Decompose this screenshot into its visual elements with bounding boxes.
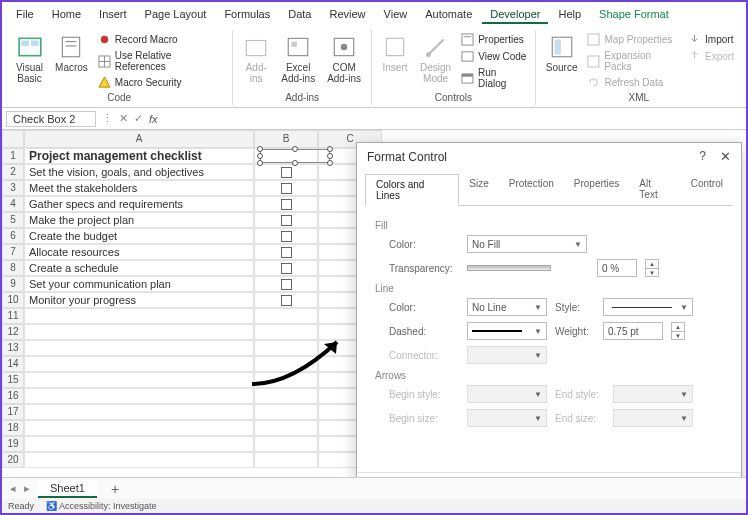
tab-protection[interactable]: Protection	[499, 174, 564, 205]
line-style-combo[interactable]: ▼	[603, 298, 693, 316]
line-weight-value[interactable]: 0.75 pt	[603, 322, 663, 340]
row-header[interactable]: 12	[2, 324, 24, 340]
row-header[interactable]: 19	[2, 436, 24, 452]
add-sheet-button[interactable]: +	[103, 481, 127, 497]
row-header[interactable]: 11	[2, 308, 24, 324]
row-header[interactable]: 10	[2, 292, 24, 308]
cell[interactable]	[254, 228, 318, 244]
col-header-a[interactable]: A	[24, 130, 254, 148]
cell[interactable]: Make the project plan	[24, 212, 254, 228]
checkbox-control[interactable]	[281, 279, 292, 290]
dialog-close-icon[interactable]: ✕	[720, 149, 731, 164]
cell[interactable]	[254, 180, 318, 196]
cell[interactable]	[24, 420, 254, 436]
source-button[interactable]: Source	[542, 32, 582, 90]
cell[interactable]	[254, 388, 318, 404]
com-addins-button[interactable]: COM Add-ins	[323, 32, 365, 90]
row-header[interactable]: 20	[2, 452, 24, 468]
cell[interactable]	[254, 420, 318, 436]
sheet-nav-next[interactable]: ▸	[24, 482, 32, 495]
row-header[interactable]: 4	[2, 196, 24, 212]
properties-button[interactable]: Properties	[459, 32, 529, 47]
row-header[interactable]: 16	[2, 388, 24, 404]
menu-formulas[interactable]: Formulas	[216, 6, 278, 24]
cell[interactable]	[24, 388, 254, 404]
cell[interactable]	[254, 436, 318, 452]
cell[interactable]	[24, 308, 254, 324]
menu-review[interactable]: Review	[321, 6, 373, 24]
run-dialog-button[interactable]: Run Dialog	[459, 66, 529, 90]
cell[interactable]	[254, 276, 318, 292]
select-all-corner[interactable]	[2, 130, 24, 148]
cell[interactable]	[254, 260, 318, 276]
weight-spinner[interactable]: ▲▼	[671, 322, 685, 340]
menu-insert[interactable]: Insert	[91, 6, 135, 24]
row-header[interactable]: 9	[2, 276, 24, 292]
relative-refs-button[interactable]: Use Relative References	[96, 49, 226, 73]
menu-developer[interactable]: Developer	[482, 6, 548, 24]
cell[interactable]	[254, 356, 318, 372]
cell[interactable]: Set your communication plan	[24, 276, 254, 292]
line-color-combo[interactable]: No Line▼	[467, 298, 547, 316]
row-header[interactable]: 18	[2, 420, 24, 436]
menu-view[interactable]: View	[376, 6, 416, 24]
cell[interactable]	[24, 452, 254, 468]
checkbox-control[interactable]	[281, 263, 292, 274]
row-header[interactable]: 5	[2, 212, 24, 228]
row-header[interactable]: 3	[2, 180, 24, 196]
cell[interactable]	[254, 196, 318, 212]
cell[interactable]: Monitor your progress	[24, 292, 254, 308]
checkbox-control[interactable]	[281, 183, 292, 194]
cell[interactable]: Create a schedule	[24, 260, 254, 276]
import-button[interactable]: Import	[686, 32, 736, 47]
cell[interactable]	[24, 372, 254, 388]
row-header[interactable]: 6	[2, 228, 24, 244]
menu-home[interactable]: Home	[44, 6, 89, 24]
cell[interactable]	[254, 164, 318, 180]
cell[interactable]	[24, 436, 254, 452]
row-header[interactable]: 1	[2, 148, 24, 164]
cell[interactable]: Allocate resources	[24, 244, 254, 260]
transparency-value[interactable]: 0 %	[597, 259, 637, 277]
cell[interactable]: Set the vision, goals, and objectives	[24, 164, 254, 180]
sheet-tab[interactable]: Sheet1	[38, 480, 97, 498]
macro-security-button[interactable]: Macro Security	[96, 75, 226, 90]
col-header-b[interactable]: B	[254, 130, 318, 148]
sheet-nav-prev[interactable]: ◂	[10, 482, 18, 495]
cancel-formula-icon[interactable]: ✕	[119, 112, 128, 125]
menu-data[interactable]: Data	[280, 6, 319, 24]
record-macro-button[interactable]: Record Macro	[96, 32, 226, 47]
cell[interactable]	[254, 324, 318, 340]
row-header[interactable]: 7	[2, 244, 24, 260]
cell[interactable]	[254, 452, 318, 468]
visual-basic-button[interactable]: Visual Basic	[12, 32, 47, 90]
checkbox-control[interactable]	[281, 231, 292, 242]
cell[interactable]	[24, 404, 254, 420]
cell[interactable]	[254, 212, 318, 228]
checkbox-control[interactable]	[281, 167, 292, 178]
view-code-button[interactable]: View Code	[459, 49, 529, 64]
namebox-dropdown-icon[interactable]: ⋮	[102, 112, 113, 125]
line-dashed-combo[interactable]: ▼	[467, 322, 547, 340]
cell[interactable]: Project management checklist	[24, 148, 254, 164]
cell[interactable]: Meet the stakeholders	[24, 180, 254, 196]
cell[interactable]: Gather specs and requirements	[24, 196, 254, 212]
fx-icon[interactable]: fx	[149, 113, 158, 125]
menu-automate[interactable]: Automate	[417, 6, 480, 24]
design-mode-button[interactable]: Design Mode	[416, 32, 455, 90]
cell[interactable]	[254, 372, 318, 388]
cell[interactable]	[254, 308, 318, 324]
row-header[interactable]: 15	[2, 372, 24, 388]
map-properties-button[interactable]: Map Properties	[585, 32, 682, 47]
transparency-slider[interactable]	[467, 265, 551, 271]
cell[interactable]	[24, 340, 254, 356]
cell[interactable]: Create the budget	[24, 228, 254, 244]
row-header[interactable]: 14	[2, 356, 24, 372]
expansion-packs-button[interactable]: Expansion Packs	[585, 49, 682, 73]
tab-size[interactable]: Size	[459, 174, 498, 205]
menu-help[interactable]: Help	[550, 6, 589, 24]
row-header[interactable]: 17	[2, 404, 24, 420]
tab-control[interactable]: Control	[681, 174, 733, 205]
cell[interactable]	[254, 404, 318, 420]
transparency-spinner[interactable]: ▲▼	[645, 259, 659, 277]
